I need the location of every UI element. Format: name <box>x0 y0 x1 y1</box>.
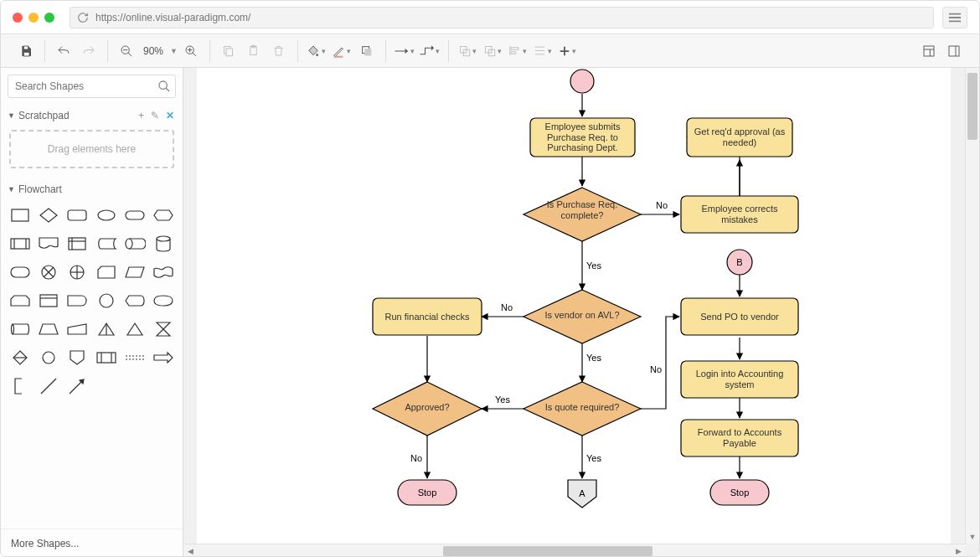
zoom-in-button[interactable] <box>179 39 203 63</box>
shape-document-wave[interactable] <box>36 232 61 255</box>
reload-icon[interactable] <box>77 12 89 23</box>
shape-rounded-rect[interactable] <box>64 204 90 227</box>
zoom-level[interactable]: 90% <box>140 45 167 57</box>
node-start[interactable] <box>570 70 594 93</box>
shape-preparation[interactable] <box>151 289 176 312</box>
shape-ellipse-small[interactable] <box>93 204 118 227</box>
scrollbar-thumb[interactable] <box>443 546 652 556</box>
shape-process-bar[interactable] <box>93 346 118 369</box>
scratchpad-add-icon[interactable]: + <box>137 110 146 121</box>
paste-button[interactable] <box>242 39 266 63</box>
shape-delay[interactable] <box>64 289 90 312</box>
undo-button[interactable] <box>52 39 75 63</box>
scroll-right-icon[interactable]: ▶ <box>952 544 965 557</box>
scratchpad-close-icon[interactable]: ✕ <box>164 110 176 121</box>
format-panel-button[interactable] <box>917 39 941 63</box>
shape-direct-data[interactable] <box>122 232 147 255</box>
shape-arrow-right[interactable] <box>151 346 176 369</box>
shape-predefined[interactable] <box>8 232 33 255</box>
search-icon[interactable] <box>157 80 171 93</box>
zoom-out-button[interactable] <box>115 39 138 63</box>
zoom-dropdown-icon[interactable]: ▼ <box>170 47 178 55</box>
shape-diamond[interactable] <box>36 204 61 227</box>
node-stop-right[interactable]: Stop <box>710 480 769 505</box>
shape-trapezoid[interactable] <box>36 317 61 341</box>
node-submit[interactable]: Employee submits Purchase Req. to Purcha… <box>530 118 635 157</box>
scratchpad-edit-icon[interactable]: ✎ <box>149 110 161 121</box>
scratchpad-dropzone[interactable]: Drag elements here <box>9 130 174 168</box>
canvas-page[interactable]: No Yes No Yes Yes No Yes No Employee sub… <box>197 68 951 557</box>
delete-button[interactable] <box>267 39 291 63</box>
shape-manual-input[interactable] <box>64 317 90 341</box>
shape-circle-cross[interactable] <box>36 260 61 284</box>
shape-circle-small[interactable] <box>36 346 61 369</box>
scroll-down-icon[interactable]: ▼ <box>966 530 979 544</box>
maximize-window-icon[interactable] <box>44 13 54 23</box>
add-button[interactable]: ▾ <box>556 39 580 63</box>
shape-terminator-rounded[interactable] <box>8 260 33 284</box>
redo-button[interactable] <box>77 39 101 63</box>
shape-circle[interactable] <box>93 289 118 312</box>
shape-extract[interactable] <box>93 317 118 341</box>
node-avl[interactable]: Is vendor on AVL? <box>524 290 641 343</box>
close-window-icon[interactable] <box>13 13 23 23</box>
url-bar[interactable]: https://online.visual-paradigm.com/ <box>70 7 934 28</box>
node-stop-left[interactable]: Stop <box>398 480 456 505</box>
shape-database[interactable] <box>151 232 176 255</box>
shape-tape[interactable] <box>151 260 176 284</box>
vertical-scrollbar[interactable]: ▼ <box>965 68 979 544</box>
shadow-button[interactable] <box>355 39 379 63</box>
align-button[interactable]: ▾ <box>506 39 529 63</box>
flowchart-header[interactable]: ▼ Flowchart <box>1 178 183 200</box>
flowchart-diagram[interactable]: No Yes No Yes Yes No Yes No Employee sub… <box>197 68 951 557</box>
shape-cylinder-side[interactable] <box>8 317 33 341</box>
to-back-button[interactable]: ▾ <box>481 39 504 63</box>
shape-display[interactable] <box>122 289 147 312</box>
shape-loop-limit[interactable] <box>8 289 33 312</box>
node-approval[interactable]: Get req'd approval (as needed) <box>687 118 792 157</box>
canvas-area[interactable]: No Yes No Yes Yes No Yes No Employee sub… <box>183 68 979 557</box>
node-quote[interactable]: Is quote required? <box>524 382 641 436</box>
scratchpad-header[interactable]: ▼ Scratchpad + ✎ ✕ <box>1 105 183 126</box>
shape-line[interactable] <box>36 374 61 398</box>
node-connector-b[interactable]: B <box>727 250 752 275</box>
shape-transfer[interactable] <box>122 346 147 369</box>
distribute-button[interactable]: ▾ <box>531 39 554 63</box>
shape-parallelogram[interactable] <box>122 260 147 284</box>
shape-terminator[interactable] <box>122 204 147 227</box>
minimize-window-icon[interactable] <box>28 13 39 23</box>
shape-rectangle[interactable] <box>8 204 33 227</box>
waypoint-style-button[interactable]: ▾ <box>418 39 441 63</box>
node-offpage-a[interactable]: A <box>568 480 596 508</box>
scroll-left-icon[interactable]: ◀ <box>183 544 197 557</box>
shape-hexagon[interactable] <box>151 204 176 227</box>
menu-button[interactable] <box>942 7 967 28</box>
fill-color-button[interactable]: ▾ <box>305 39 328 63</box>
node-corrects[interactable]: Employee corrects mistakes <box>681 196 798 233</box>
node-login[interactable]: Login into Accounting system <box>681 361 798 398</box>
shape-stored-data[interactable] <box>93 232 118 255</box>
scrollbar-thumb[interactable] <box>967 73 977 140</box>
shape-sort[interactable] <box>8 346 33 369</box>
node-approved[interactable]: Approved? <box>373 382 482 436</box>
to-front-button[interactable]: ▾ <box>456 39 479 63</box>
save-button[interactable] <box>14 39 38 63</box>
shape-arrow-line[interactable] <box>64 374 90 398</box>
shape-card[interactable] <box>93 260 118 284</box>
shape-collate[interactable] <box>151 317 176 341</box>
shape-internal-storage[interactable] <box>64 232 90 255</box>
node-forward[interactable]: Forward to Accounts Payable <box>681 420 798 456</box>
line-color-button[interactable]: ▾ <box>330 39 353 63</box>
shape-circle-plus[interactable] <box>64 260 90 284</box>
shape-card-bar[interactable] <box>36 289 61 312</box>
horizontal-scrollbar[interactable]: ◀ ▶ <box>183 544 965 557</box>
shape-annotation[interactable] <box>8 374 33 398</box>
search-shapes-input[interactable] <box>8 75 176 98</box>
copy-button[interactable] <box>217 39 240 63</box>
shape-offpage[interactable] <box>64 346 90 369</box>
outline-panel-button[interactable] <box>942 39 966 63</box>
node-sendpo[interactable]: Send PO to vendor <box>681 298 798 335</box>
node-financial[interactable]: Run financial checks <box>373 298 482 335</box>
shape-triangle[interactable] <box>122 317 147 341</box>
node-complete[interactable]: Is Purchase Req. complete? <box>524 188 641 241</box>
